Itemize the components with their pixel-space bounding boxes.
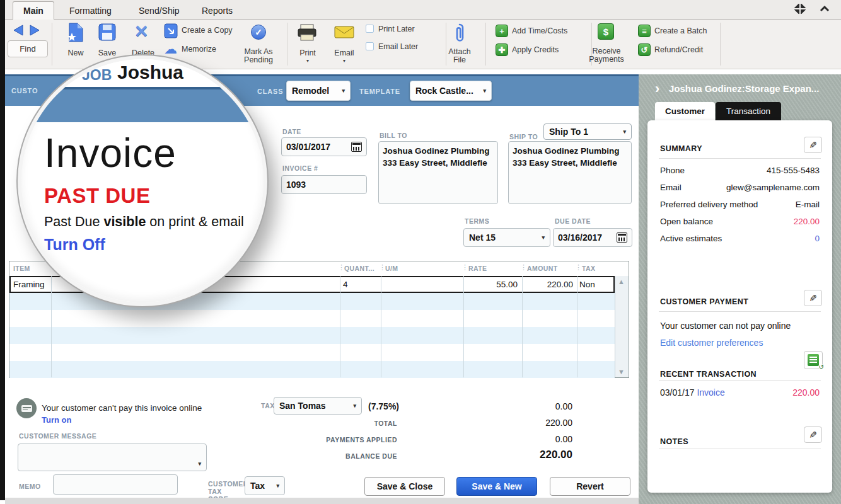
table-scrollbar[interactable]: ▲ ▼ (615, 276, 629, 377)
ship-to-line1: Joshua Godinez Plumbing (513, 145, 627, 157)
panel-tab-customer[interactable]: Customer (655, 102, 715, 121)
scroll-up-icon[interactable]: ▲ (618, 278, 625, 285)
save-and-close-button[interactable]: Save & Close (364, 477, 445, 496)
scroll-down-icon[interactable]: ▼ (618, 368, 625, 375)
magnified-customer-job-label: JOB (82, 67, 112, 84)
date-field[interactable]: 03/01/2017 (281, 137, 367, 156)
ship-to-dropdown[interactable]: Ship To 1▾ (543, 123, 632, 140)
email-later-checkbox[interactable] (366, 42, 374, 50)
save-button-label[interactable]: Save (93, 49, 121, 57)
email-caret-icon[interactable]: ▾ (330, 59, 358, 64)
past-due-stamp: PAST DUE (44, 184, 267, 208)
collapse-ribbon-icon[interactable] (820, 5, 830, 13)
create-a-copy-icon[interactable] (164, 23, 178, 38)
create-a-copy-label[interactable]: Create a Copy (182, 26, 233, 35)
save-and-new-button[interactable]: Save & New (456, 477, 537, 496)
col-uom-header: U/M (385, 265, 398, 272)
memorize-label[interactable]: Memorize (182, 45, 216, 54)
turn-on-link[interactable]: Turn on (42, 415, 71, 425)
invoice-number-field[interactable]: 1093 (281, 175, 367, 194)
memorize-icon[interactable]: ☁ (164, 42, 177, 55)
bottom-edge (5, 498, 639, 504)
attach-file-icon[interactable] (454, 22, 465, 43)
create-a-batch-label[interactable]: Create a Batch (654, 26, 707, 35)
toolbar-divider (287, 23, 287, 66)
template-dropdown[interactable]: Rock Castle...▾ (410, 81, 492, 101)
delete-icon[interactable]: ✕ (134, 23, 149, 40)
panel-tab-transaction[interactable]: Transaction (716, 102, 781, 121)
mark-as-pending-icon[interactable]: ✓ (251, 25, 266, 40)
table-empty-row[interactable] (9, 310, 615, 327)
recent-transaction-icon[interactable]: ↺ (804, 351, 823, 369)
edit-customer-payment-button[interactable]: ✎ (804, 290, 822, 306)
add-time-costs-icon[interactable]: + (496, 25, 508, 37)
email-icon[interactable] (334, 26, 354, 38)
new-button-label[interactable]: New (63, 49, 88, 57)
mark-as-pending-label[interactable]: Mark As Pending (237, 48, 280, 64)
cell-tax[interactable]: Non (579, 280, 595, 289)
customer-payment-text: Your customer can not pay online (660, 321, 791, 331)
receive-payments-label[interactable]: Receive Payments (583, 47, 630, 64)
memo-input[interactable] (53, 474, 178, 495)
active-estimates-value[interactable]: 0 (815, 234, 820, 243)
attach-file-label[interactable]: Attach File (441, 48, 478, 64)
add-time-costs-label[interactable]: Add Time/Costs (512, 26, 567, 35)
tab-reports[interactable]: Reports (192, 3, 243, 19)
ship-to-box[interactable]: Joshua Godinez Plumbing 333 Easy Street,… (508, 141, 632, 204)
caret-down-icon: ▾ (623, 129, 626, 135)
terms-dropdown[interactable]: Net 15▾ (463, 228, 550, 247)
calendar-icon[interactable] (617, 232, 627, 243)
past-due-note: Past Due visible on print & email (44, 214, 267, 230)
caret-down-icon: ▾ (353, 403, 356, 409)
bill-to-box[interactable]: Joshua Godinez Plumbing 333 Easy Street,… (378, 141, 498, 204)
class-dropdown[interactable]: Remodel▾ (286, 81, 351, 101)
cell-quantity[interactable]: 4 (343, 280, 348, 289)
refund-credit-icon[interactable]: ↺ (638, 43, 651, 56)
column-line (51, 276, 52, 377)
back-forward-arrows-icon[interactable] (10, 24, 45, 37)
due-date-field[interactable]: 03/16/2017 (553, 228, 632, 247)
apply-credits-label[interactable]: Apply Credits (512, 45, 559, 54)
payments-applied-label: PAYMENTS APPLIED (265, 436, 397, 444)
receive-payments-icon[interactable]: $ (598, 23, 614, 40)
tax-dropdown[interactable]: San Tomas▾ (274, 397, 362, 415)
summary-row-label: Preferred delivery method (660, 200, 758, 209)
create-a-batch-icon[interactable]: ≡ (638, 25, 651, 37)
revert-button[interactable]: Revert (550, 477, 630, 496)
cell-item[interactable]: Framing (13, 280, 45, 289)
expand-window-icon[interactable] (794, 4, 806, 14)
print-later-checkbox[interactable] (366, 25, 374, 33)
refund-credit-label[interactable]: Refund/Credit (654, 45, 703, 54)
table-empty-row[interactable] (9, 344, 615, 361)
table-empty-row[interactable] (9, 361, 615, 378)
customer-message-dropdown[interactable]: ▾ (18, 444, 207, 471)
cell-amount[interactable]: 220.00 (519, 280, 573, 289)
print-caret-icon[interactable]: ▾ (295, 59, 320, 64)
calendar-icon[interactable] (351, 142, 362, 152)
column-separator-icon: ⋮ (461, 263, 468, 272)
print-button-label[interactable]: Print (295, 49, 320, 57)
email-button-label[interactable]: Email (330, 49, 358, 57)
quickbooks-invoice-window: Main Formatting Send/Ship Reports Find N… (0, 0, 841, 504)
column-line (577, 276, 577, 377)
class-value: Remodel (292, 86, 329, 96)
apply-credits-icon[interactable]: ✚ (496, 43, 508, 56)
summary-heading: SUMMARY (660, 144, 702, 153)
print-icon[interactable] (298, 24, 316, 41)
collapse-panel-icon[interactable]: › (655, 82, 659, 96)
tab-send-ship[interactable]: Send/Ship (129, 3, 190, 19)
table-empty-row[interactable] (9, 327, 615, 344)
edit-summary-button[interactable]: ✎ (804, 137, 822, 153)
tab-formatting[interactable]: Formatting (59, 3, 122, 19)
save-icon[interactable] (98, 23, 116, 41)
cell-rate[interactable]: 55.00 (463, 280, 518, 289)
find-button[interactable]: Find (8, 40, 48, 57)
tab-main[interactable]: Main (13, 1, 54, 20)
turn-off-link[interactable]: Turn Off (44, 236, 267, 254)
new-icon[interactable] (67, 23, 83, 42)
edit-notes-button[interactable]: ✎ (804, 427, 822, 443)
customer-tax-code-dropdown[interactable]: Tax▾ (245, 476, 285, 495)
terms-value: Net 15 (469, 232, 496, 243)
recent-transaction-type-link[interactable]: Invoice (697, 387, 724, 398)
edit-customer-preferences-link[interactable]: Edit customer preferences (660, 338, 763, 348)
